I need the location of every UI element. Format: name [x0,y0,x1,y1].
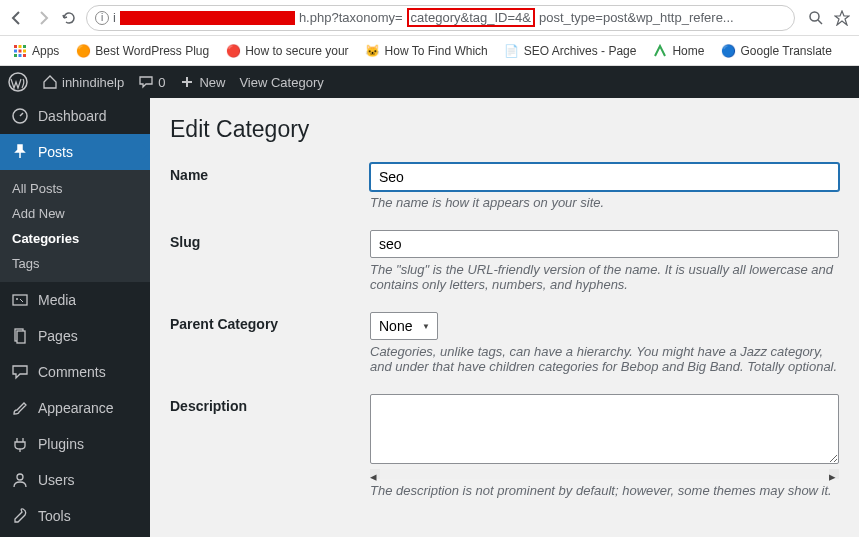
media-icon [10,290,30,310]
wp-logo[interactable] [8,72,28,92]
submenu-all-posts[interactable]: All Posts [0,176,150,201]
submenu-tags[interactable]: Tags [0,251,150,276]
comment-count: 0 [158,75,165,90]
url-highlight: category&tag_ID=4& [407,8,535,27]
comments-link[interactable]: 0 [138,74,165,90]
browser-nav-bar: i i h.php?taxonomy= category&tag_ID=4& p… [0,0,859,36]
svg-rect-6 [23,49,26,52]
plus-icon [179,74,195,90]
site-name: inhindihelp [62,75,124,90]
menu-comments[interactable]: Comments [0,354,150,390]
brush-icon [10,398,30,418]
svg-point-0 [810,12,819,21]
menu-dashboard[interactable]: Dashboard [0,98,150,134]
menu-label: Dashboard [38,108,107,124]
bookmark-item[interactable]: 🔴 How to secure your [225,43,348,59]
menu-label: Pages [38,328,78,344]
bookmark-label: SEO Archives - Page [524,44,637,58]
svg-rect-15 [17,331,25,343]
wp-admin-bar: inhindihelp 0 New View Category [0,66,859,98]
bookmark-favicon: 🟠 [75,43,91,59]
menu-label: Tools [38,508,71,524]
star-icon[interactable] [833,9,851,27]
menu-label: Posts [38,144,73,160]
forward-button[interactable] [34,9,52,27]
url-text-mid: h.php?taxonomy= [299,10,403,25]
svg-rect-9 [23,54,26,57]
bookmark-label: How to secure your [245,44,348,58]
menu-pages[interactable]: Pages [0,318,150,354]
menu-tools[interactable]: Tools [0,498,150,534]
url-text-suffix: post_type=post&wp_http_refere... [539,10,734,25]
svg-rect-7 [14,54,17,57]
apps-shortcut[interactable]: Apps [12,43,59,59]
pages-icon [10,326,30,346]
bookmark-item[interactable]: 🔵 Google Translate [720,43,831,59]
site-info-icon[interactable]: i [95,11,109,25]
svg-rect-1 [14,45,17,48]
apps-label: Apps [32,44,59,58]
field-row-description: Description ◂ ▸ The description is not p… [170,394,839,498]
menu-plugins[interactable]: Plugins [0,426,150,462]
svg-rect-3 [23,45,26,48]
site-name-link[interactable]: inhindihelp [42,74,124,90]
content-area: Edit Category Name The name is how it ap… [150,98,859,537]
description-help: The description is not prominent by defa… [370,483,839,498]
name-input[interactable] [370,163,839,191]
menu-posts[interactable]: Posts [0,134,150,170]
bookmark-item[interactable]: 🟠 Best WordPress Plug [75,43,209,59]
bookmark-label: Google Translate [740,44,831,58]
bookmark-favicon: 📄 [504,43,520,59]
scroll-left-button[interactable]: ◂ [370,469,380,479]
svg-point-16 [17,474,23,480]
bookmark-favicon [652,43,668,59]
svg-rect-4 [14,49,17,52]
bookmarks-bar: Apps 🟠 Best WordPress Plug 🔴 How to secu… [0,36,859,66]
submenu-add-new[interactable]: Add New [0,201,150,226]
url-text-prefix: i [113,10,116,25]
svg-rect-5 [19,49,22,52]
bookmark-label: Best WordPress Plug [95,44,209,58]
svg-rect-12 [13,295,27,305]
menu-label: Users [38,472,75,488]
parent-label: Parent Category [170,312,370,374]
submenu-categories[interactable]: Categories [0,226,150,251]
slug-label: Slug [170,230,370,292]
users-icon [10,470,30,490]
bookmark-favicon: 🐱 [365,43,381,59]
view-category-link[interactable]: View Category [239,75,323,90]
wrench-icon [10,506,30,526]
bookmark-label: Home [672,44,704,58]
bookmark-item[interactable]: 🐱 How To Find Which [365,43,488,59]
description-label: Description [170,394,370,498]
url-redacted [120,11,295,25]
zoom-icon[interactable] [807,9,825,27]
bookmark-item[interactable]: 📄 SEO Archives - Page [504,43,637,59]
menu-users[interactable]: Users [0,462,150,498]
parent-description: Categories, unlike tags, can have a hier… [370,344,839,374]
page-title: Edit Category [170,116,839,143]
plug-icon [10,434,30,454]
new-content-link[interactable]: New [179,74,225,90]
dashboard-icon [10,106,30,126]
url-bar[interactable]: i i h.php?taxonomy= category&tag_ID=4& p… [86,5,795,31]
horizontal-scrollbar[interactable]: ◂ ▸ [370,469,839,479]
menu-label: Plugins [38,436,84,452]
slug-input[interactable] [370,230,839,258]
name-label: Name [170,163,370,210]
description-textarea[interactable] [370,394,839,464]
parent-select[interactable]: None [370,312,438,340]
admin-sidebar: Dashboard Posts All Posts Add New Catego… [0,98,150,537]
field-row-name: Name The name is how it appears on your … [170,163,839,210]
new-label: New [199,75,225,90]
menu-appearance[interactable]: Appearance [0,390,150,426]
view-label: View Category [239,75,323,90]
reload-button[interactable] [60,9,78,27]
svg-point-13 [16,298,18,300]
back-button[interactable] [8,9,26,27]
svg-rect-2 [19,45,22,48]
bookmark-favicon: 🔵 [720,43,736,59]
bookmark-item[interactable]: Home [652,43,704,59]
scroll-right-button[interactable]: ▸ [829,469,839,479]
menu-media[interactable]: Media [0,282,150,318]
